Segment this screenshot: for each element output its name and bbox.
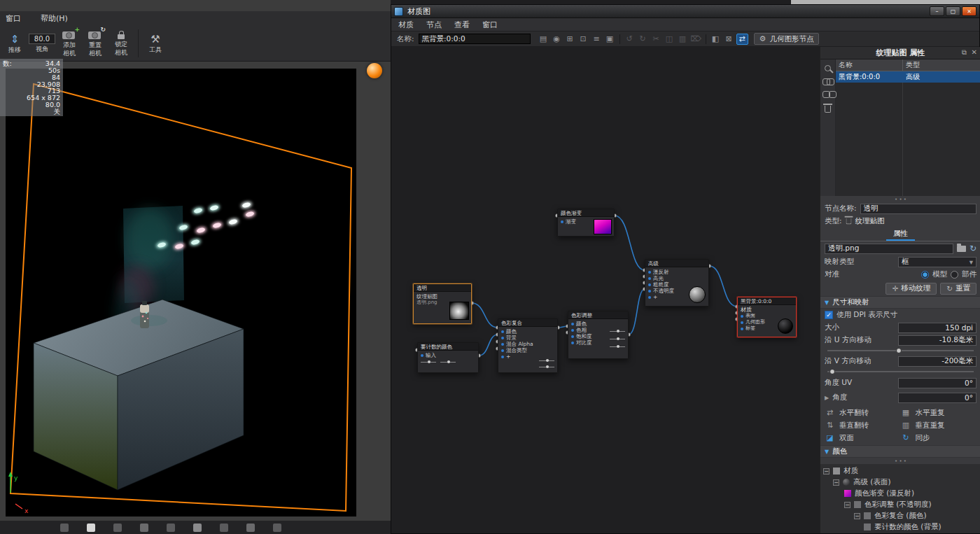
mini-slider[interactable] <box>610 337 625 342</box>
shift-u-field[interactable]: -10.8毫米 <box>898 335 976 346</box>
node-name-field[interactable]: 透明 <box>860 204 976 214</box>
align-model-radio[interactable] <box>921 271 929 279</box>
menu-window[interactable]: 窗口 <box>6 13 21 24</box>
menu-help[interactable]: 帮助(H) <box>41 13 68 24</box>
node-color-gradient[interactable]: 颜色渐变 渐变 <box>557 209 615 237</box>
node-texture-map[interactable]: 透明 纹理贴图 透明.png <box>413 283 472 324</box>
angle-field[interactable]: 0° <box>898 393 976 403</box>
pin-color[interactable]: 颜色 <box>501 328 554 335</box>
cut-icon[interactable]: ✂ <box>650 34 662 45</box>
viewport-3d[interactable]: y x <box>6 69 356 517</box>
menu-view[interactable]: 查看 <box>454 20 470 30</box>
lock-icon[interactable]: ▣ <box>604 34 616 45</box>
section-color[interactable]: ▼ 颜色 <box>820 445 980 458</box>
splitter-dots[interactable]: • • • <box>820 458 980 464</box>
delete-node-icon[interactable] <box>846 218 851 225</box>
dpi-checkbox[interactable]: ✓ <box>825 311 833 319</box>
pin-input[interactable]: 输入 <box>421 352 475 358</box>
mini-slider[interactable] <box>421 360 436 365</box>
dock-icon[interactable] <box>246 524 255 532</box>
flip-horizontal-toggle[interactable]: ⇄ 水平翻转 <box>825 407 901 419</box>
trash-icon[interactable] <box>825 106 831 113</box>
pin-blend-alpha[interactable]: 混合 Alpha <box>501 341 554 347</box>
copy-icon[interactable]: ◫ <box>664 34 676 45</box>
connector-mode-icon[interactable]: ⇄ <box>736 34 748 45</box>
dock-icon[interactable] <box>60 524 69 532</box>
zoom-fit-icon[interactable]: ⊡ <box>578 34 589 45</box>
column-type[interactable]: 类型 <box>903 59 980 71</box>
folder-icon[interactable] <box>957 246 966 252</box>
size-field[interactable]: 150 dpi <box>898 323 976 333</box>
tree-item-color-gradient[interactable]: 颜色渐变 (漫反射) <box>820 488 980 499</box>
tree-item-material[interactable]: − 材质 <box>820 465 980 477</box>
move-texture-button[interactable]: ✛ 移动纹理 <box>886 283 937 295</box>
section-size-mapping[interactable]: ▼ 尺寸和映射 <box>820 296 980 309</box>
save-icon[interactable]: ▤ <box>538 34 550 45</box>
two-sided-toggle[interactable]: ◪ 双面 <box>825 432 901 444</box>
menu-window[interactable]: 窗口 <box>482 20 498 30</box>
node-color-composite[interactable]: 色彩复合 颜色 背景 混合 Alpha 混合类型 + <box>498 318 558 373</box>
pan-button[interactable]: ⇕ 推移 <box>3 27 27 59</box>
geometry-nodes-button[interactable]: ⚙ 几何图形节点 <box>754 33 820 45</box>
link-icon[interactable] <box>822 78 833 84</box>
mini-slider[interactable] <box>539 365 554 370</box>
chevron-right-icon[interactable]: ▶ <box>825 395 829 401</box>
menu-node[interactable]: 节点 <box>426 20 442 30</box>
pin-specular[interactable]: 高光 <box>648 275 706 281</box>
tree-item-color-adjust[interactable]: − 色彩调整 (不透明度) <box>820 499 980 510</box>
splitter-dots[interactable]: • • • <box>820 196 980 202</box>
dock-icon[interactable] <box>273 524 281 532</box>
search-icon[interactable] <box>825 65 831 71</box>
dock-icon[interactable] <box>167 524 175 532</box>
node-color-adjust[interactable]: 色彩调整 颜色 色相 饱和度 对比度 <box>568 311 629 359</box>
reset-button[interactable]: ↻ 重置 <box>940 283 976 295</box>
align-icon[interactable]: ≡ <box>591 34 603 45</box>
sync-toggle[interactable]: ↻ 同步 <box>901 432 977 444</box>
layout-icon[interactable]: ◧ <box>710 34 722 45</box>
dock-icon[interactable] <box>193 524 202 532</box>
fov-field[interactable]: 80.0 <box>29 34 55 44</box>
flip-vertical-toggle[interactable]: ⇅ 垂直翻转 <box>825 419 901 431</box>
reset-camera-button[interactable]: ↻ 重置 相机 <box>83 27 107 59</box>
column-name[interactable]: 名称 <box>836 59 903 71</box>
collapse-icon[interactable]: − <box>854 513 860 519</box>
lock-camera-button[interactable]: 锁定 相机 <box>109 27 133 59</box>
viewport-widget-icon[interactable] <box>367 63 382 78</box>
collapse-icon[interactable]: − <box>823 468 830 475</box>
repeat-vertical-toggle[interactable]: ▥ 垂直重复 <box>901 419 977 431</box>
add-node-icon[interactable]: ⊞ <box>564 34 576 45</box>
popout-icon[interactable]: ⧉ <box>962 48 967 57</box>
node-count-color[interactable]: 要计数的颜色 输入 <box>417 342 479 373</box>
dock-icon[interactable] <box>113 524 122 532</box>
close-icon[interactable]: ✕ <box>972 48 977 56</box>
texture-file-field[interactable]: 透明.png <box>825 244 953 254</box>
material-name-input[interactable]: 黑背景:0:0:0 <box>419 34 531 44</box>
table-row[interactable]: 黑背景:0:0:0 高级 <box>836 71 980 83</box>
tree-item-advanced[interactable]: − 高级 (表面) <box>820 477 980 488</box>
repeat-horizontal-toggle[interactable]: ▦ 水平重复 <box>901 407 977 419</box>
tree-item-color-composite[interactable]: − 色彩复合 (颜色) <box>820 510 980 521</box>
collapse-icon[interactable]: − <box>844 502 850 508</box>
mini-slider[interactable] <box>440 360 456 365</box>
dock-icon[interactable] <box>87 524 95 532</box>
delete-icon[interactable]: ⌦ <box>690 34 702 45</box>
tab-properties[interactable]: 属性 <box>886 227 915 241</box>
node-canvas[interactable]: 颜色渐变 渐变 透明 纹理贴图 透明.png 要计数的颜色 输入 <box>391 47 820 533</box>
minimize-button[interactable]: – <box>930 6 944 16</box>
shift-u-slider[interactable] <box>820 346 980 355</box>
shift-v-slider[interactable] <box>820 367 980 376</box>
maximize-button[interactable]: ▢ <box>946 6 960 16</box>
angle-uv-field[interactable]: 0° <box>898 378 976 388</box>
pin-blend-type[interactable]: 混合类型 <box>501 347 554 353</box>
menu-material[interactable]: 材质 <box>398 20 414 30</box>
dock-icon[interactable] <box>220 524 228 532</box>
tools-button[interactable]: ⚒ 工具 <box>144 27 167 59</box>
node-material-root[interactable]: 黑背景:0:0:0 材质 表面 几何图形 标签 <box>737 297 797 337</box>
fit-view-icon[interactable]: ⊠ <box>723 34 735 45</box>
unlink-icon[interactable] <box>822 91 833 97</box>
render-icon[interactable]: ◉ <box>551 34 563 45</box>
shift-v-field[interactable]: -200毫米 <box>898 356 976 367</box>
pin-color[interactable]: 颜色 <box>571 321 625 327</box>
refresh-icon[interactable]: ↻ <box>969 244 976 253</box>
mini-slider[interactable] <box>610 329 625 334</box>
